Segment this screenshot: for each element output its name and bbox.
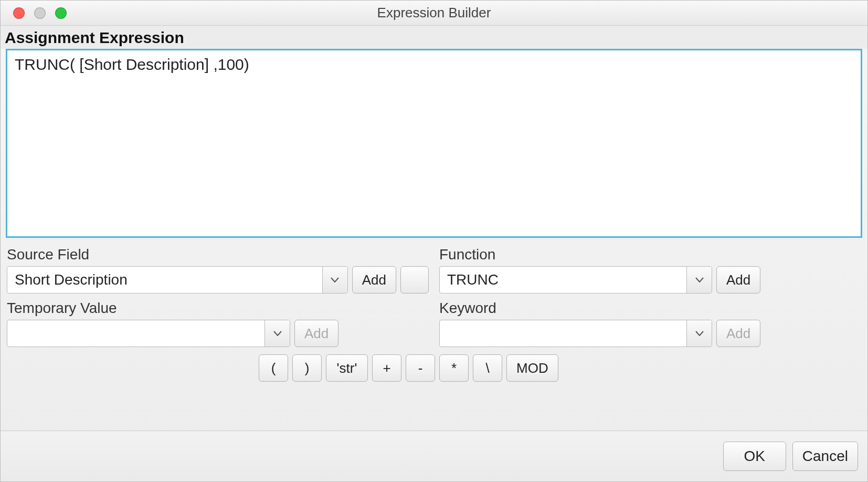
keyword-value xyxy=(440,320,686,347)
source-field-cell: Source Field Short Description Add xyxy=(7,246,429,294)
minus-button[interactable]: - xyxy=(406,354,435,382)
content-area: Assignment Expression Source Field Short… xyxy=(1,26,867,431)
close-paren-button[interactable]: ) xyxy=(292,354,322,382)
expression-builder-window: Expression Builder Assignment Expression… xyxy=(0,0,868,482)
temporary-value-dropdown-button[interactable] xyxy=(264,320,290,347)
window-controls xyxy=(1,7,67,19)
temporary-value-combo[interactable] xyxy=(7,320,290,347)
source-field-label: Source Field xyxy=(7,246,429,263)
temporary-value-value xyxy=(7,320,264,347)
close-window-button[interactable] xyxy=(13,7,25,19)
function-dropdown-button[interactable] xyxy=(686,267,712,293)
temporary-value-label: Temporary Value xyxy=(7,300,429,317)
keyword-label: Keyword xyxy=(439,300,861,317)
function-value: TRUNC xyxy=(440,267,686,293)
function-cell: Function TRUNC Add xyxy=(439,246,861,294)
keyword-dropdown-button[interactable] xyxy=(686,320,712,347)
minimize-window-button[interactable] xyxy=(34,7,46,19)
mod-button[interactable]: MOD xyxy=(506,354,558,382)
source-field-value: Short Description xyxy=(7,267,322,293)
chevron-down-icon xyxy=(331,277,339,282)
dialog-footer: OK Cancel xyxy=(1,431,867,481)
chevron-down-icon xyxy=(273,331,282,336)
operators-row: ( ) 'str' + - * \ MOD xyxy=(252,347,867,388)
function-label: Function xyxy=(439,246,861,263)
keyword-cell: Keyword Add xyxy=(439,300,861,347)
function-combo[interactable]: TRUNC xyxy=(439,266,712,294)
temporary-value-add-button: Add xyxy=(294,320,338,347)
maximize-window-button[interactable] xyxy=(55,7,67,19)
plus-button[interactable]: + xyxy=(372,354,401,382)
form-grid: Source Field Short Description Add Funct… xyxy=(1,243,867,347)
chevron-down-icon xyxy=(695,331,704,336)
titlebar: Expression Builder xyxy=(1,1,867,26)
function-add-button[interactable]: Add xyxy=(716,266,760,294)
source-field-extra-button[interactable] xyxy=(400,266,429,294)
backslash-button[interactable]: \ xyxy=(473,354,502,382)
keyword-combo[interactable] xyxy=(439,320,712,347)
expression-textarea[interactable] xyxy=(6,49,862,238)
ok-button[interactable]: OK xyxy=(723,442,786,471)
source-field-dropdown-button[interactable] xyxy=(322,267,347,293)
source-field-combo[interactable]: Short Description xyxy=(7,266,348,294)
cancel-button[interactable]: Cancel xyxy=(792,442,858,471)
open-paren-button[interactable]: ( xyxy=(259,354,288,382)
multiply-button[interactable]: * xyxy=(439,354,469,382)
assignment-expression-label: Assignment Expression xyxy=(1,26,867,49)
temporary-value-cell: Temporary Value Add xyxy=(7,300,429,347)
source-field-add-button[interactable]: Add xyxy=(352,266,396,294)
str-literal-button[interactable]: 'str' xyxy=(326,354,368,382)
chevron-down-icon xyxy=(695,277,704,282)
keyword-add-button: Add xyxy=(716,320,760,347)
window-title: Expression Builder xyxy=(1,5,867,21)
